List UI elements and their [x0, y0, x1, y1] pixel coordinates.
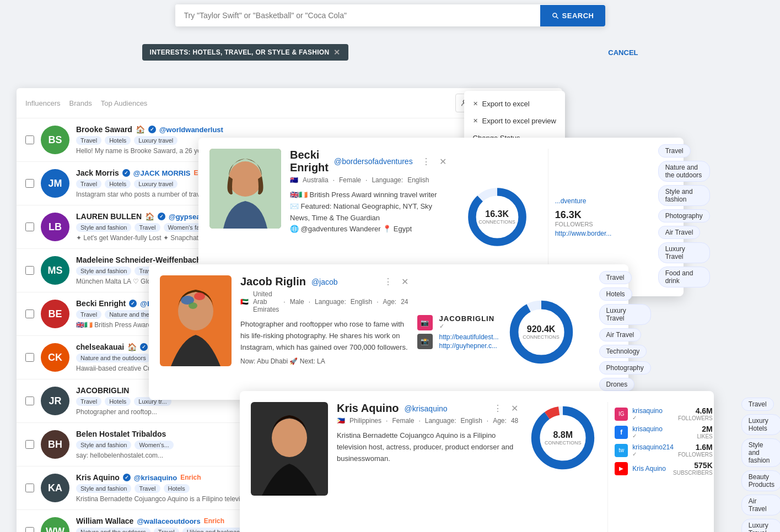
ig-handle[interactable]: krisaquino	[632, 407, 663, 415]
yt-stat-row: ▶ Kris Aquino 575K SUBSCRIBERS	[615, 461, 713, 476]
social-stats: JACOBRIGLIN ✓ http://beautifuldest... ht…	[439, 314, 499, 350]
influencer-handle[interactable]: @krisaquino	[134, 474, 177, 482]
filter-close-icon[interactable]: ✕	[333, 48, 340, 57]
profile-card-jacob: Jacob Riglin @jacob ⋮ ✕ 🇦🇪 United Arab E…	[149, 264, 628, 400]
country-flag: 🇦🇺	[290, 176, 298, 184]
card-tag: Beauty Products	[741, 470, 780, 491]
tag: Travel	[76, 180, 101, 188]
verified-icon: ✓	[439, 323, 444, 330]
enrich-link[interactable]: Enrich	[204, 517, 224, 525]
card-name: Kris Aquino	[337, 402, 399, 415]
tab-top-audiences[interactable]: Top Audiences	[101, 97, 148, 110]
more-options-icon[interactable]: ⋮	[380, 275, 396, 288]
connections-value: 16.3K	[478, 209, 515, 219]
card-tag: Air Travel	[658, 226, 701, 239]
close-icon[interactable]: ✕	[401, 276, 408, 287]
yt-handle[interactable]: Kris Aquino	[632, 465, 666, 473]
more-options-icon[interactable]: ⋮	[418, 155, 434, 168]
more-options-icon[interactable]: ⋮	[490, 402, 505, 415]
close-icon[interactable]: ✕	[511, 403, 518, 414]
fb-handle[interactable]: krisaquino	[632, 425, 663, 433]
verified-badge: ✓	[158, 213, 165, 220]
card-body: Kris Aquino @krisaquino ⋮ ✕ 🇵🇭 Philippin…	[240, 391, 714, 532]
tw-verified: ✓	[632, 451, 674, 457]
tag: Travel	[135, 223, 160, 232]
filter-tag: INTERESTS: HOTELS, TRAVEL, OR STYLE & FA…	[142, 44, 348, 61]
row-checkbox[interactable]	[25, 353, 34, 362]
card-handle[interactable]: @jacob	[311, 278, 338, 286]
instagram-icon[interactable]: 📷	[417, 315, 433, 330]
home-icon: 🏠	[145, 212, 154, 221]
row-checkbox[interactable]	[25, 135, 34, 144]
card-handle[interactable]: @bordersofadventures	[334, 157, 413, 166]
search-button[interactable]: SEARCH	[540, 5, 605, 26]
card-tag: Luxury Travel	[599, 304, 651, 325]
enrich-link[interactable]: Enrich	[180, 474, 201, 481]
language: English	[407, 176, 429, 184]
influencer-name: Brooke Saward 🏠 ✓ @worldwanderlust	[76, 125, 508, 134]
tag: Nature and the outdoors	[76, 354, 150, 362]
tag: Style and fashion	[76, 223, 131, 232]
row-checkbox[interactable]	[25, 266, 34, 275]
link1[interactable]: http://beautifuldest...	[439, 333, 499, 341]
card-bio: 🇬🇧🇮🇪 British Press Award winning travel …	[290, 189, 447, 235]
filter-bar: INTERESTS: HOTELS, TRAVEL, OR STYLE & FA…	[142, 44, 638, 61]
link2[interactable]: http://guyhepner.c...	[439, 342, 499, 350]
card-tag: Travel	[599, 271, 632, 284]
row-checkbox[interactable]	[25, 397, 34, 405]
card-avatar	[160, 275, 232, 366]
influencer-handle[interactable]: @JACK MORRIS	[133, 169, 191, 177]
tag: Style and fashion	[76, 484, 131, 493]
row-checkbox[interactable]	[25, 440, 34, 449]
tab-influencers[interactable]: Influencers	[25, 97, 61, 110]
influencer-handle[interactable]: @wallaceoutdoors	[137, 517, 200, 525]
row-checkbox[interactable]	[25, 222, 34, 231]
ig-icon: IG	[615, 408, 628, 421]
name-text: chelseakauai	[76, 343, 124, 351]
card-tag: Technology	[599, 345, 647, 358]
name-text: Madeleine Schneider-Weiffenbach	[76, 256, 201, 264]
name-text: Jack Morris	[76, 169, 119, 177]
menu-item-export-excel[interactable]: ✕ Export to excel	[464, 95, 565, 112]
tw-handle[interactable]: krisaquino214	[632, 443, 674, 451]
card-tag: Style and fashion	[658, 185, 710, 206]
card-avatar	[251, 402, 328, 496]
influencer-handle[interactable]: @worldwanderlust	[159, 126, 223, 134]
card-handle[interactable]: @krisaquino	[405, 404, 448, 413]
adventure-link[interactable]: ...dventure	[555, 197, 587, 205]
search-input[interactable]	[175, 4, 540, 26]
svg-point-14	[272, 419, 307, 457]
home-icon: 🏠	[127, 343, 137, 351]
avatar-image	[160, 275, 232, 366]
verified-badge: ✓	[129, 300, 137, 307]
tag: Travel	[154, 528, 179, 532]
row-checkbox[interactable]	[25, 527, 34, 532]
menu-item-export-excel-preview[interactable]: ✕ Export to excel preview	[464, 112, 565, 129]
name-text: Kris Aquino	[76, 473, 120, 482]
card-body: Jacob Riglin @jacob ⋮ ✕ 🇦🇪 United Arab E…	[149, 264, 628, 400]
avatar: BE	[41, 300, 69, 328]
filter-tag-text: INTERESTS: HOTELS, TRAVEL, OR STYLE & FA…	[150, 48, 330, 56]
cancel-button[interactable]: CANCEL	[608, 48, 638, 57]
close-icon[interactable]: ✕	[439, 156, 447, 167]
verified-badge: ✓	[140, 343, 148, 351]
fb-info: krisaquino ✓	[632, 425, 663, 439]
card-tags: Travel Hotels Luxury Travel Air Travel T…	[588, 271, 662, 400]
card-title-row: Becki Enright @bordersofadventures ⋮ ✕	[290, 149, 447, 174]
home-icon: 🏠	[136, 125, 145, 134]
row-checkbox[interactable]	[25, 310, 34, 318]
x-icon: ✕	[473, 100, 478, 107]
row-checkbox[interactable]	[25, 179, 34, 188]
card-meta: 🇵🇭 Philippines · Female · Language: Engl…	[337, 417, 518, 425]
profile-link[interactable]: http://www.border...	[555, 230, 630, 237]
row-checkbox[interactable]	[25, 484, 34, 492]
name-text: Becki Enright	[76, 299, 126, 308]
tab-brands[interactable]: Brands	[69, 97, 92, 110]
card-tag: Style and fashion	[741, 438, 780, 467]
card-tag: Photography	[599, 361, 651, 374]
tag: Style and fashion	[76, 267, 131, 275]
card-bio: Photographer and rooftopper who rose to …	[240, 319, 408, 353]
ig-info: krisaquino ✓	[632, 407, 663, 421]
social-stats: IG krisaquino ✓ 4.6M FOLLOWERS f krisaqu…	[607, 402, 719, 532]
camera-icon: 📸	[417, 334, 433, 349]
